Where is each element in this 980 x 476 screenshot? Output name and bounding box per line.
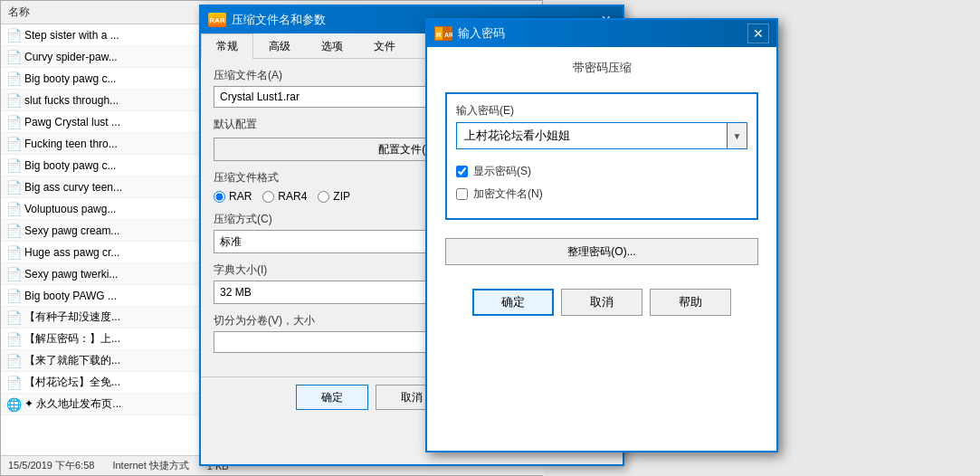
pwd-checkboxes: 显示密码(S) 加密文件名(N) (456, 164, 747, 202)
winrar-tab-常规[interactable]: 常规 (201, 33, 253, 59)
winrar-tab-高级[interactable]: 高级 (253, 33, 306, 59)
status-date: 15/5/2019 下午6:58 (8, 459, 94, 472)
pwd-ok-button[interactable]: 确定 (472, 289, 554, 316)
show-pwd-label: 显示密码(S) (473, 164, 531, 179)
pwd-body: 带密码压缩 输入密码(E) ▼ 显示密码(S) 加密文件名(N) (427, 47, 776, 278)
winrar-title-area: RAR 压缩文件名和参数 (208, 12, 326, 28)
pwd-input-dropdown[interactable]: ▼ (727, 123, 747, 148)
pwd-subtitle: 带密码压缩 (445, 60, 758, 76)
file-icon: 📄 (5, 224, 23, 238)
format-rar4[interactable]: RAR4 (262, 190, 307, 203)
svg-text:R: R (436, 31, 442, 39)
manage-pwd-button[interactable]: 整理密码(O)... (445, 238, 758, 265)
file-icon: 📄 (5, 267, 23, 281)
password-dialog: R AR 输入密码 ✕ 带密码压缩 输入密码(E) ▼ 显示密码(S) (425, 18, 778, 452)
show-pwd-checkbox[interactable] (456, 166, 468, 177)
pwd-dialog-icon: R AR (434, 26, 452, 41)
format-zip[interactable]: ZIP (318, 190, 350, 203)
file-icon: 📄 (5, 245, 23, 260)
file-icon: 📄 (5, 354, 23, 368)
pwd-form-group: 输入密码(E) ▼ (456, 103, 747, 149)
column-header-name: 名称 (8, 5, 30, 18)
pwd-help-button[interactable]: 帮助 (650, 289, 731, 316)
encrypt-filename-label: 加密文件名(N) (473, 186, 543, 202)
pwd-title: 输入密码 (458, 25, 505, 42)
file-icon: 📄 (5, 202, 23, 216)
file-icon: 📄 (5, 50, 23, 64)
encrypt-filename-checkbox-label[interactable]: 加密文件名(N) (456, 186, 747, 202)
default-config-label: 默认配置 (214, 117, 257, 132)
file-icon: 📄 (5, 137, 23, 151)
file-icon: 📄 (5, 310, 23, 325)
file-icon: 🌐 (5, 397, 23, 412)
pwd-border-box: 输入密码(E) ▼ 显示密码(S) 加密文件名(N) (445, 92, 758, 220)
pwd-input[interactable] (457, 123, 727, 148)
pwd-titlebar: R AR 输入密码 ✕ (427, 20, 776, 47)
winrar-tab-选项[interactable]: 选项 (306, 33, 358, 59)
format-rar[interactable]: RAR (214, 190, 252, 203)
encrypt-filename-checkbox[interactable] (456, 188, 468, 200)
file-icon: 📄 (5, 376, 23, 390)
file-icon: 📄 (5, 93, 23, 108)
winrar-tab-文件[interactable]: 文件 (358, 33, 411, 59)
svg-text:AR: AR (444, 32, 452, 38)
file-icon: 📄 (5, 71, 23, 86)
pwd-title-area: R AR 输入密码 (434, 25, 505, 42)
file-icon: 📄 (5, 158, 23, 173)
status-type: Internet 快捷方式 (112, 459, 188, 472)
winrar-ok-button[interactable]: 确定 (296, 385, 368, 410)
file-icon: 📄 (5, 332, 23, 347)
pwd-input-wrapper: ▼ (456, 122, 747, 149)
pwd-close-button[interactable]: ✕ (747, 24, 769, 43)
pwd-footer: 确定 取消 帮助 (427, 278, 776, 328)
file-icon: 📄 (5, 28, 23, 43)
winrar-icon: RAR (208, 13, 226, 27)
pwd-label: 输入密码(E) (456, 103, 747, 119)
file-icon: 📄 (5, 115, 23, 129)
file-icon: 📄 (5, 180, 23, 195)
show-pwd-checkbox-label[interactable]: 显示密码(S) (456, 164, 747, 179)
file-icon: 📄 (5, 289, 23, 303)
pwd-cancel-button[interactable]: 取消 (561, 289, 642, 316)
winrar-title: 压缩文件名和参数 (232, 12, 326, 28)
